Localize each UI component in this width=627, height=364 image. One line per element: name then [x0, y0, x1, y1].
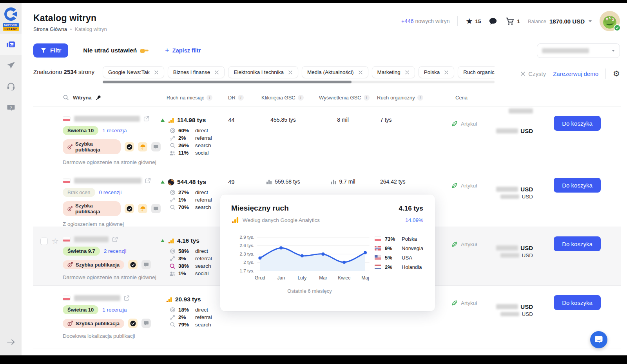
sidebar-item-send[interactable]	[0, 55, 22, 76]
search-icon[interactable]	[63, 94, 69, 101]
clear-filters-button[interactable]: Czysty	[520, 70, 546, 77]
add-to-cart-button[interactable]: Do koszyka	[554, 178, 601, 193]
info-icon[interactable]: i	[298, 95, 304, 101]
search-source-icon-active	[169, 263, 176, 269]
results-count-number: 2534	[64, 68, 77, 75]
column-traffic[interactable]: Ruch na miesiąc	[167, 95, 204, 101]
sidebar: SUPPORT UKRAINE	[0, 3, 22, 355]
filter-chip[interactable]: Media (Aktualności)	[302, 66, 368, 78]
gear-icon[interactable]: ⚙	[613, 70, 620, 77]
external-link-icon[interactable]	[145, 178, 151, 184]
google-analytics-icon	[168, 238, 174, 244]
breadcrumb-home[interactable]: Strona Główna	[33, 26, 67, 32]
close-icon	[520, 71, 526, 76]
pin-icon[interactable]	[96, 95, 101, 101]
filter-chip[interactable]: Ruch organiczny: Od 5000	[458, 66, 495, 78]
info-icon[interactable]: i	[238, 95, 244, 101]
add-to-cart-button[interactable]: Do koszyka	[554, 236, 601, 251]
article-feather-icon	[451, 241, 458, 247]
column-views[interactable]: Wyświetlenia GSC	[319, 95, 361, 101]
favorites-button[interactable]: ★ 15	[466, 17, 481, 25]
dr-value: 44	[219, 106, 253, 168]
plus-icon: +	[165, 47, 169, 55]
column-dr[interactable]: DR	[228, 95, 236, 101]
umbrella-badge	[138, 142, 147, 151]
info-icon[interactable]: i	[364, 95, 370, 101]
popup-source: Według danych Google Analytics	[231, 216, 320, 224]
chips-scrollbar-thumb[interactable]	[103, 81, 352, 83]
add-to-cart-button[interactable]: Do koszyka	[554, 116, 601, 131]
comment-badge	[141, 319, 151, 328]
avatar[interactable]	[600, 11, 620, 31]
table-row[interactable]: Świetna 10 1 recenzja Szybka publikacja	[33, 106, 621, 168]
column-organic[interactable]: Ruch organiczny	[377, 95, 415, 101]
netherlands-flag-icon	[375, 265, 381, 269]
row-checkbox[interactable]	[40, 238, 48, 245]
balance-value: 1870.00 USD	[549, 18, 585, 25]
new-sites-indicator[interactable]: +446 nowych witryn	[401, 18, 449, 24]
sidebar-item-help[interactable]: ?	[0, 97, 22, 118]
project-select[interactable]	[537, 43, 620, 58]
filter-chip[interactable]: Google News:Tak	[103, 66, 164, 78]
intercom-chat-button[interactable]	[590, 331, 607, 348]
filter-chip[interactable]: Biznes i finanse	[168, 66, 225, 78]
save-filter-button[interactable]: + Zapisz filtr	[165, 47, 201, 55]
chip-close-icon[interactable]	[444, 70, 449, 75]
popup-caption: Ostatnie 6 miesięcy	[231, 288, 388, 294]
site-name-blurred[interactable]	[74, 178, 141, 184]
chip-close-icon[interactable]	[154, 70, 159, 75]
svg-text:Maj: Maj	[361, 275, 369, 281]
filter-button[interactable]: Filtr	[33, 43, 68, 58]
external-link-icon[interactable]	[112, 236, 118, 242]
sidebar-item-support[interactable]	[0, 76, 22, 97]
main-content: Katalog witryn Strona Główna Katalog wit…	[22, 3, 627, 355]
traffic-value: 20.93 tys	[175, 296, 201, 303]
cart-button[interactable]: 1	[505, 16, 520, 26]
poland-flag-icon	[63, 237, 71, 242]
poland-flag-icon	[375, 236, 381, 241]
book-demo-link[interactable]: Zarezerwuj demo	[553, 70, 598, 77]
verified-status-icon	[614, 24, 621, 31]
logo[interactable]: SUPPORT UKRAINE	[0, 3, 22, 34]
divider	[457, 16, 458, 26]
fast-publication-badge: Szybka publikacja	[63, 319, 124, 328]
info-icon[interactable]: i	[417, 95, 423, 101]
star-icon: ★	[466, 17, 473, 25]
external-link-icon[interactable]	[124, 295, 130, 301]
pointing-hand-icon	[140, 48, 149, 54]
dart-icon	[67, 144, 72, 150]
chip-close-icon[interactable]	[358, 70, 363, 75]
site-name-blurred[interactable]	[74, 116, 140, 122]
poland-flag-icon	[63, 178, 71, 183]
add-to-cart-button[interactable]: Do koszyka	[554, 295, 601, 310]
favorite-star-icon[interactable]: ☆	[52, 237, 59, 245]
sidebar-expand-button[interactable]	[0, 339, 22, 345]
column-site[interactable]: Witryna	[73, 95, 92, 101]
chip-close-icon[interactable]	[288, 70, 293, 75]
search-source-icon	[170, 204, 176, 210]
row-note: Docelowa lokalizacja publikacji	[63, 333, 161, 339]
reviews-link[interactable]: 1 recenzja	[102, 307, 127, 313]
site-name-blurred[interactable]	[74, 236, 109, 242]
filter-chip[interactable]: Elektronika i technika	[228, 66, 298, 78]
external-link-icon[interactable]	[143, 116, 149, 122]
filter-chip[interactable]: Polska	[419, 66, 455, 78]
verified-badge	[125, 142, 134, 151]
price-blurred	[496, 187, 518, 192]
info-icon[interactable]: i	[207, 95, 212, 101]
referral-icon	[170, 256, 176, 261]
reviews-link[interactable]: 1 recenzja	[102, 128, 127, 133]
site-name-blurred[interactable]	[74, 295, 120, 301]
messages-button[interactable]	[489, 17, 497, 25]
direct-icon	[170, 128, 176, 133]
verified-badge	[128, 260, 138, 269]
chip-close-icon[interactable]	[405, 70, 410, 75]
filter-chip[interactable]: Marketing	[372, 66, 415, 78]
balance-menu[interactable]: Balance 1870.00 USD	[528, 18, 592, 25]
row-note: Darmowe ogłoszenie na stronie głównej	[63, 159, 161, 165]
column-clicks[interactable]: Kliknięcia GSC	[261, 95, 295, 101]
reviews-link[interactable]: 0 recenzji	[99, 189, 122, 195]
reviews-link[interactable]: 2 recenzji	[104, 248, 127, 254]
chip-close-icon[interactable]	[214, 70, 219, 75]
sidebar-item-catalog[interactable]	[0, 34, 22, 55]
